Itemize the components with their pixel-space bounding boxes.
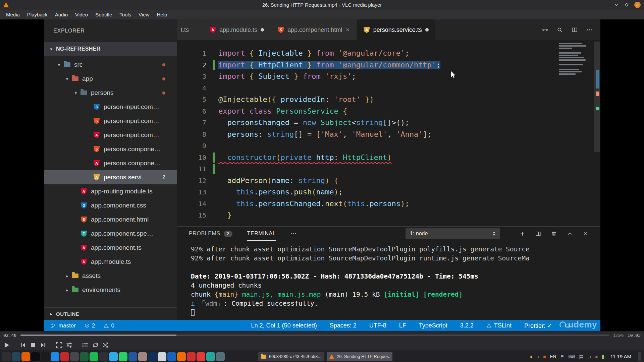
status-ln-2-col-1-50-selected[interactable]: Ln 2, Col 1 (50 selected) bbox=[251, 322, 317, 329]
maximize-button-icon[interactable] bbox=[624, 2, 630, 8]
panel-tab-terminal[interactable]: TERMINAL bbox=[247, 227, 276, 241]
menu-media[interactable]: Media bbox=[3, 11, 23, 18]
editor-scrollbar[interactable] bbox=[594, 42, 600, 152]
terminal-select[interactable]: 1: node bbox=[406, 228, 500, 239]
tree-item-assets[interactable]: ▸assets bbox=[44, 269, 177, 283]
menu-subtitle[interactable]: Subtitle bbox=[92, 11, 115, 18]
taskbar-app-icon-22[interactable] bbox=[206, 352, 215, 361]
tab-t-ts[interactable]: t.ts bbox=[177, 19, 203, 40]
clock[interactable]: 11:19 AM bbox=[610, 354, 631, 359]
tree-item-src[interactable]: ▾src bbox=[44, 58, 177, 72]
close-button-icon[interactable] bbox=[634, 2, 641, 8]
tray-icon-r-4[interactable]: ♫ bbox=[588, 354, 591, 359]
taskbar-app-icon-17[interactable] bbox=[158, 352, 166, 361]
taskbar-app-icon-20[interactable] bbox=[187, 352, 196, 361]
status-tslint[interactable]: TSLint bbox=[486, 322, 512, 329]
tree-item-app-module-ts[interactable]: Aapp.module.ts bbox=[44, 255, 177, 269]
status-typescript[interactable]: TypeScript bbox=[419, 322, 447, 329]
video-area[interactable]: EXPLORER ▾ NG-REFRESHER ▾src▾app▾persons… bbox=[0, 19, 644, 331]
stop-button[interactable] bbox=[30, 342, 37, 349]
tree-item-app-component-css[interactable]: 3app.component.css bbox=[44, 198, 177, 213]
taskbar-app-icon-2[interactable] bbox=[12, 352, 20, 361]
menu-view[interactable]: View bbox=[135, 11, 153, 18]
taskbar-app-icon-6[interactable] bbox=[51, 352, 59, 361]
maximize-panel-icon[interactable] bbox=[567, 231, 573, 237]
status-warnings[interactable]: 0 bbox=[104, 322, 114, 329]
taskbar-app-icon-18[interactable] bbox=[167, 352, 176, 361]
loop-button[interactable] bbox=[92, 342, 99, 349]
tree-item-person-input-com[interactable]: 3person-input.com… bbox=[44, 100, 177, 114]
taskbar-app-icon-10[interactable] bbox=[90, 352, 98, 361]
tray-icon-r-2[interactable]: ⌨ bbox=[568, 354, 575, 359]
status-branch[interactable]: master bbox=[51, 322, 76, 329]
seek-slider[interactable] bbox=[20, 335, 609, 336]
show-desktop-button[interactable] bbox=[638, 352, 641, 361]
tab-app-component-html[interactable]: 5app.component.html✕ bbox=[271, 19, 357, 40]
taskbar-app-icon-11[interactable] bbox=[99, 352, 108, 361]
taskbar-app-icon-3[interactable] bbox=[21, 352, 30, 361]
close-tab-icon[interactable]: ✕ bbox=[345, 27, 350, 33]
extended-settings-button[interactable] bbox=[66, 342, 73, 349]
tree-item-persons-compone[interactable]: Apersons.compone… bbox=[44, 156, 177, 170]
tree-item-person-input-com[interactable]: 5person-input.com… bbox=[44, 114, 177, 128]
kill-terminal-icon[interactable] bbox=[551, 231, 557, 237]
tab-app-module-ts[interactable]: Aapp.module.ts bbox=[203, 19, 271, 40]
status-lf[interactable]: LF bbox=[399, 322, 406, 329]
taskbar-app-icon-4[interactable] bbox=[31, 352, 40, 361]
status-3-2-2[interactable]: 3.2.2 bbox=[460, 322, 474, 329]
open-changes-icon[interactable] bbox=[542, 27, 548, 33]
fullscreen-button[interactable] bbox=[56, 342, 63, 349]
keyboard-layout[interactable]: EN bbox=[550, 354, 556, 359]
taskbar-app-icon-8[interactable] bbox=[70, 352, 79, 361]
tray-icon-3[interactable]: ■ bbox=[543, 354, 546, 359]
tray-icon-2[interactable]: ♪ bbox=[537, 354, 539, 359]
tray-icon-r-6[interactable]: ▮ bbox=[602, 354, 604, 359]
taskbar-app-icon-15[interactable] bbox=[138, 352, 147, 361]
minimize-button-icon[interactable] bbox=[613, 2, 619, 8]
menu-audio[interactable]: Audio bbox=[52, 11, 71, 18]
taskbar-app-icon-14[interactable] bbox=[128, 352, 137, 361]
menu-help[interactable]: Help bbox=[154, 11, 171, 18]
tray-icon-r-1[interactable]: ⚑ bbox=[560, 354, 565, 359]
taskbar-app-icon-9[interactable] bbox=[80, 352, 89, 361]
split-terminal-icon[interactable] bbox=[535, 231, 541, 237]
tree-item-environments[interactable]: ▸environments bbox=[44, 283, 177, 297]
next-button[interactable] bbox=[40, 342, 47, 349]
taskbar-app-icon-7[interactable] bbox=[60, 352, 69, 361]
tree-item-app-routing-module-ts[interactable]: Aapp-routing.module.ts bbox=[44, 184, 177, 198]
taskbar-app-icon-23[interactable] bbox=[216, 352, 225, 361]
menu-playback[interactable]: Playback bbox=[24, 11, 51, 18]
taskbar-app-icon-1[interactable] bbox=[2, 352, 11, 361]
panel-tab-problems[interactable]: PROBLEMS2 bbox=[189, 227, 232, 241]
menu-tools[interactable]: Tools bbox=[116, 11, 135, 18]
taskbar-app-icon-13[interactable] bbox=[119, 352, 127, 361]
taskbar-app-icon-21[interactable] bbox=[197, 352, 205, 361]
tree-item-persons-servi[interactable]: Apersons.servi…2 bbox=[44, 170, 177, 184]
tree-item-person-input-com[interactable]: Aperson-input.com… bbox=[44, 128, 177, 142]
tree-item-app-component-spe[interactable]: Tapp.component.spe… bbox=[44, 227, 177, 241]
playlist-button[interactable] bbox=[82, 342, 89, 349]
new-terminal-icon[interactable] bbox=[520, 231, 525, 237]
tab-persons-service-ts[interactable]: Apersons.service.ts bbox=[357, 19, 436, 40]
tree-item-persons[interactable]: ▾persons bbox=[44, 86, 177, 100]
taskbar-app-icon-19[interactable] bbox=[177, 352, 186, 361]
tree-item-app[interactable]: ▾app bbox=[44, 72, 177, 86]
code-editor[interactable]: 1import { Injectable } from '@angular/co… bbox=[177, 40, 600, 226]
tray-icon-r-3[interactable]: ▤ bbox=[579, 354, 584, 359]
tree-item-persons-compone[interactable]: 5persons.compone… bbox=[44, 142, 177, 156]
more-actions-icon[interactable] bbox=[586, 27, 592, 33]
previous-button[interactable] bbox=[19, 342, 26, 349]
taskbar-app-icon-5[interactable] bbox=[41, 352, 50, 361]
taskbar-window-60b84280-c743-4fc9-b58[interactable]: 60b84280-c743-4fc9-b58... bbox=[258, 352, 324, 361]
terminal-output[interactable]: 92% after chunk asset optimization Sourc… bbox=[177, 241, 600, 320]
minimap[interactable] bbox=[559, 43, 591, 76]
status-spaces-2[interactable]: Spaces: 2 bbox=[330, 322, 357, 329]
tree-item-app-component-ts[interactable]: Aapp.component.ts bbox=[44, 241, 177, 255]
split-editor-icon[interactable] bbox=[572, 27, 578, 33]
panel-more-icon[interactable]: ⋯ bbox=[290, 230, 297, 237]
status-prettier[interactable]: Prettier: ✓ bbox=[524, 322, 552, 329]
menu-video[interactable]: Video bbox=[72, 11, 91, 18]
close-panel-icon[interactable] bbox=[583, 231, 588, 237]
tree-item-app-component-html[interactable]: 5app.component.html bbox=[44, 213, 177, 227]
explorer-section-header[interactable]: ▾ NG-REFRESHER bbox=[44, 42, 177, 56]
